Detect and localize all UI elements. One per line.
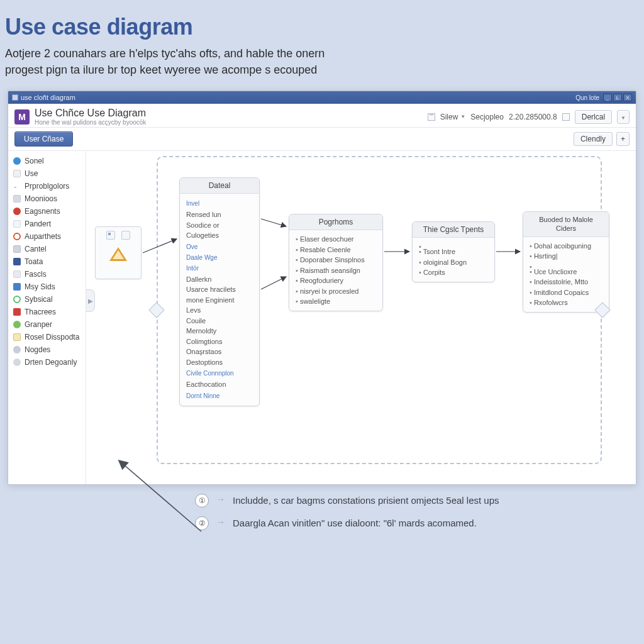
picture-icon — [106, 231, 115, 240]
derical-button[interactable]: Derlcal — [575, 110, 612, 124]
sidebar-item-eagsnents[interactable]: Eagsnents — [8, 205, 86, 218]
sidebar-item-label: Sybsical — [25, 295, 53, 304]
list-item: Culogeties — [186, 230, 253, 241]
annotation-area: ① → Includde, s car bagms constations pr… — [0, 494, 644, 607]
list-item: Reogfoduriery — [296, 275, 376, 286]
view-select[interactable]: Silew ▼ — [440, 113, 466, 121]
sidebar-item-label: Cantel — [25, 245, 47, 253]
sidebar-item-label: Granper — [25, 320, 52, 329]
list-item: Invel — [186, 199, 253, 208]
sidebar-item-label: Sonel — [25, 157, 44, 165]
arrow-right-icon: → — [216, 494, 225, 504]
add-tab-button[interactable]: + — [616, 132, 630, 146]
page-description: Aotjere 2 counahars are h'elps tyc'ahs o… — [0, 45, 352, 91]
list-item: Rensed lun — [186, 209, 253, 220]
sidebar-item-nogdes[interactable]: Nogdes — [8, 343, 86, 356]
sidebar: Sonel Use ⌄Prproblgolors Moonioos Eagsne… — [8, 151, 86, 484]
header-more-button[interactable]: ▼ — [617, 110, 630, 124]
list-item: Dallerkn — [186, 274, 253, 285]
card-title: Pogrhoms — [289, 214, 382, 230]
list-item: Imitdlond Copaics — [530, 287, 602, 298]
node-icon — [13, 346, 21, 353]
card-list: Elaser desochuer Resable Cieenle Doporab… — [296, 234, 376, 307]
sidebar-item-pandert[interactable]: Pandert — [8, 218, 86, 230]
list-item: nisryei lx procesled — [296, 286, 376, 297]
close-button[interactable]: X — [623, 94, 632, 101]
annotation-pointer-arrow — [107, 456, 208, 538]
sidebar-item-granper[interactable]: Granper — [8, 318, 86, 331]
card-list: Invel Rensed lun Soodice or Culogeties O… — [186, 199, 253, 401]
sidebar-item-label: Fascls — [25, 270, 47, 279]
dot-icon — [13, 321, 21, 328]
sidebar-item-moonioos[interactable]: Moonioos — [8, 192, 86, 205]
view-select-label: Silew — [440, 113, 458, 121]
sidebar-item-use[interactable]: Use — [8, 167, 86, 180]
sidebar-item-thacrees[interactable]: Thacrees — [8, 306, 86, 318]
blank-icon — [121, 231, 130, 240]
annotation-text-2: Daargla Acan vinitlen" use dialoont: "6l… — [233, 516, 477, 530]
card-title: Dateal — [180, 178, 259, 194]
sidebar-item-label: Drten Degoanly — [25, 358, 77, 367]
table-icon — [13, 245, 21, 253]
sidebar-item-label: Eagsnents — [25, 207, 60, 216]
list-item: Intör — [186, 264, 253, 273]
list-item: Raismath seansilgn — [296, 265, 376, 276]
list-item: mone Enginient — [186, 295, 253, 306]
usecase-card-buoded[interactable]: Buoded to Malole Ciders Dohal acoibgunin… — [523, 211, 609, 313]
sidebar-item-drten[interactable]: Drten Degoanly — [8, 356, 86, 369]
list-item: Hsrting| — [530, 251, 602, 262]
file-icon — [13, 170, 21, 177]
sidebar-item-sonel[interactable]: Sonel — [8, 155, 86, 167]
sidebar-item-toata[interactable]: Toata — [8, 255, 86, 268]
sidebar-item-mysids[interactable]: Msy Sids — [8, 280, 86, 293]
list-item: Ove — [186, 242, 253, 252]
list-item: Uce Unclioxre — [530, 267, 602, 277]
sidebar-item-label: Auparthets — [25, 232, 61, 241]
arrow-right-icon: → — [216, 517, 225, 527]
usecase-card-dateal[interactable]: Dateal Invel Rensed lun Soodice or Culog… — [179, 177, 260, 406]
list-item: Indeisstolrie, Mtto — [530, 277, 602, 287]
open-link[interactable]: Qun lote — [575, 94, 599, 101]
diagram-canvas[interactable]: ▶ Dateal Invel Rensed lun Soodice or Cul… — [86, 151, 636, 484]
sidebar-item-label: Pandert — [25, 219, 51, 228]
document-subtitle: Hone the wal pulidons acçycby byoocök — [35, 119, 146, 126]
card-list: Dohal acoibguning Hsrting| Uce Unclioxre… — [530, 241, 602, 308]
card-icon — [13, 283, 21, 291]
globe-icon — [13, 157, 21, 165]
sidebar-item-auparthets[interactable]: Auparthets — [8, 230, 86, 243]
warning-icon — [109, 247, 127, 261]
usecase-card-pogrhoms[interactable]: Pogrhoms Elaser desochuer Resable Cieenl… — [289, 214, 383, 311]
doc-icon — [13, 220, 21, 228]
chevron-down-icon: ⌄ — [13, 184, 21, 189]
list-item: Levs — [186, 305, 253, 316]
sidebar-item-sybsical[interactable]: Sybsical — [8, 293, 86, 306]
sidebar-item-rosel[interactable]: Rosel Disspodta — [8, 331, 86, 343]
list-item: Usarce hracilets — [186, 284, 253, 295]
app-body: Sonel Use ⌄Prproblgolors Moonioos Eagsne… — [8, 151, 636, 484]
version-label: 2.20.285000.8 — [509, 113, 557, 121]
maximize-button[interactable]: L — [613, 94, 622, 101]
list-item: Corpits — [419, 267, 488, 278]
window-title: use cloñt diagram — [21, 94, 75, 101]
sidebar-item-cantel[interactable]: Cantel — [8, 243, 86, 255]
sidebar-item-label: Use — [25, 169, 38, 178]
list-item: Elaser desochuer — [296, 234, 376, 245]
list-item: Civile Connnplon — [186, 369, 253, 378]
minimize-button[interactable]: _ — [603, 94, 612, 101]
sidebar-item-fascls[interactable]: Fascls — [8, 268, 86, 280]
window-icon — [12, 94, 18, 101]
tab-usercase[interactable]: User Cñase — [14, 131, 73, 147]
sidebar-item-label: Msy Sids — [25, 282, 55, 291]
svg-line-5 — [119, 461, 201, 531]
list-item: Tsont Intre — [419, 247, 488, 257]
usecase-card-tpents[interactable]: Thie Cgslc Tpents Tsont Intre oloiginal … — [412, 221, 495, 282]
actor-element[interactable] — [95, 226, 142, 279]
expand-sidebar-button[interactable]: ▶ — [86, 289, 95, 312]
note-icon — [13, 333, 21, 341]
clandy-button[interactable]: Clendly — [574, 132, 613, 146]
app-window: use cloñt diagram Qun lote _ L X M Use C… — [8, 91, 636, 485]
gear-icon — [13, 358, 21, 366]
document-title: Use Chñce Use Diagram — [35, 108, 146, 119]
sidebar-item-prprob[interactable]: ⌄Prproblgolors — [8, 180, 86, 192]
card-title: Thie Cgslc Tpents — [413, 222, 494, 238]
